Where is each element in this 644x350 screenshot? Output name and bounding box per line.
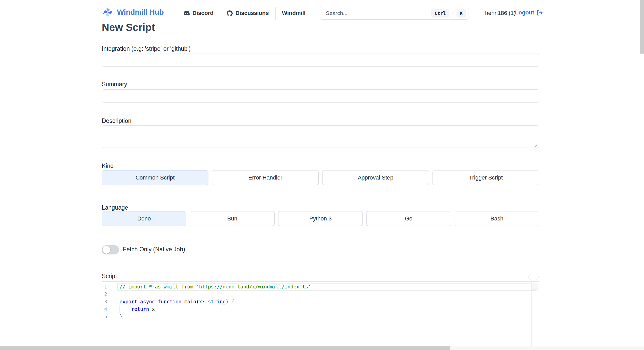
new-script-page: Windmill Hub DiscordDiscussionsWindmill … <box>0 0 644 350</box>
fetch-only-toggle[interactable] <box>102 245 119 254</box>
summary-input[interactable] <box>102 89 539 103</box>
windmill-hub-logo[interactable]: Windmill Hub <box>102 6 164 18</box>
language-options: DenoBunPython 3GoBash <box>102 211 539 226</box>
code-line-5: 5} <box>102 313 539 320</box>
search-box[interactable]: Ctrl+K <box>320 7 469 20</box>
summary-label: Summary <box>102 81 127 88</box>
fetch-only-label: Fetch Only (Native Job) <box>123 246 185 253</box>
line-number: 2 <box>102 291 107 298</box>
code-lines: 1// import * as wmill from 'https://deno… <box>102 282 539 320</box>
language-label: Language <box>102 204 128 211</box>
nav-link-label: Discord <box>192 10 214 16</box>
discord-icon <box>184 10 190 16</box>
language-option-python-3[interactable]: Python 3 <box>278 211 363 226</box>
code-line-3: 3export async function main(x: string) { <box>102 298 539 305</box>
code-text: } <box>120 313 122 320</box>
nav-link-label: Windmill <box>282 10 306 16</box>
search-input[interactable] <box>326 10 431 16</box>
code-text: // import * as wmill from 'https://deno.… <box>120 283 311 291</box>
page-title: New Script <box>102 22 155 33</box>
nav-links: DiscordDiscussionsWindmill <box>184 7 306 20</box>
script-label: Script <box>102 273 117 280</box>
logout-icon <box>537 10 543 16</box>
horizontal-scrollbar <box>0 346 644 350</box>
description-label: Description <box>102 117 131 124</box>
nav-divider <box>220 7 220 20</box>
code-line-2: 2 <box>102 291 539 298</box>
language-option-deno[interactable]: Deno <box>102 211 186 226</box>
line-number: 3 <box>102 298 107 305</box>
shortcut-plus: + <box>452 11 454 16</box>
code-text: export async function main(x: string) { <box>120 298 234 305</box>
line-number: 4 <box>102 305 107 313</box>
kind-options: Common ScriptError HandlerApproval StepT… <box>102 170 539 185</box>
logout-label: Logout <box>515 9 534 16</box>
nav-link-discord[interactable]: Discord <box>184 10 214 16</box>
code-editor[interactable]: 1// import * as wmill from 'https://deno… <box>102 281 539 346</box>
nav-link-discussions[interactable]: Discussions <box>227 10 269 16</box>
search-shortcut: Ctrl+K <box>431 9 466 18</box>
code-line-4: 4 return x <box>102 305 539 313</box>
github-icon <box>227 10 233 16</box>
windmill-logo-icon <box>102 6 114 18</box>
nav-link-windmill[interactable]: Windmill <box>282 10 306 16</box>
vertical-scrollbar-thumb[interactable] <box>640 0 644 54</box>
editor-scrollbar-slider[interactable] <box>532 283 538 290</box>
integration-input[interactable] <box>102 54 539 67</box>
integration-label: Integration (e.g: 'stripe' or 'github') <box>102 45 191 52</box>
shortcut-key-k: K <box>456 9 466 18</box>
kind-option-common-script[interactable]: Common Script <box>102 170 208 185</box>
language-option-bun[interactable]: Bun <box>190 211 274 226</box>
username-label: henri186 (1) <box>485 10 516 16</box>
brand-title: Windmill Hub <box>117 8 164 16</box>
code-text: return x <box>120 305 155 313</box>
line-number: 1 <box>102 283 107 291</box>
horizontal-scrollbar-thumb[interactable] <box>0 346 450 350</box>
kind-label: Kind <box>102 163 114 169</box>
line-number: 5 <box>102 313 107 320</box>
kind-option-trigger-script[interactable]: Trigger Script <box>433 170 539 185</box>
description-textarea[interactable] <box>102 125 539 148</box>
logout-button[interactable]: Logout <box>515 9 543 16</box>
toggle-knob <box>103 246 110 254</box>
editor-scrollbar-track <box>531 282 532 346</box>
editor-toggle[interactable] <box>528 274 539 280</box>
nav-divider <box>275 7 276 20</box>
language-option-go[interactable]: Go <box>366 211 451 226</box>
kind-option-error-handler[interactable]: Error Handler <box>212 170 319 185</box>
language-option-bash[interactable]: Bash <box>455 211 539 226</box>
kind-option-approval-step[interactable]: Approval Step <box>322 170 429 185</box>
code-line-1: 1// import * as wmill from 'https://deno… <box>102 283 539 291</box>
nav-link-label: Discussions <box>235 10 269 16</box>
shortcut-key-ctrl: Ctrl <box>431 9 449 18</box>
